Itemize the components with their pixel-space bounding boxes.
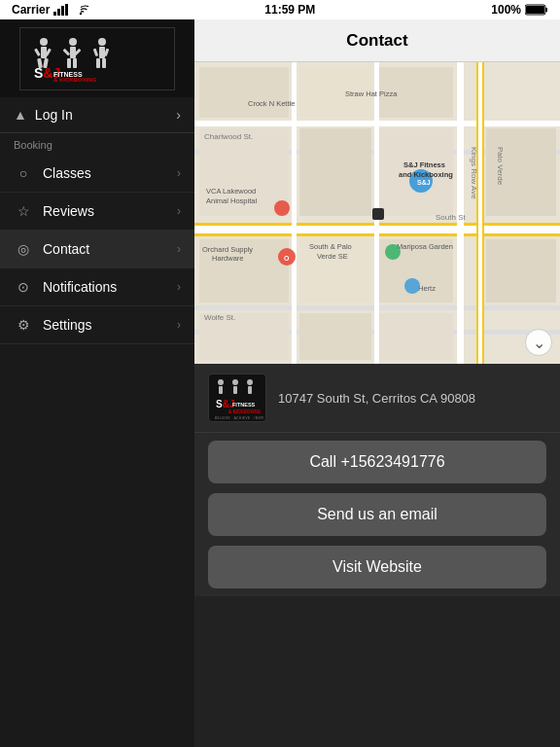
svg-text:Mariposa Garden: Mariposa Garden	[397, 242, 453, 251]
svg-rect-49	[299, 128, 371, 216]
sidebar-item-reviews[interactable]: ☆ Reviews ›	[0, 193, 194, 231]
nav-title: Contact	[346, 31, 407, 51]
call-button[interactable]: Call +15623491776	[208, 441, 546, 483]
svg-rect-58	[379, 313, 453, 360]
svg-text:& KICKBOXING: & KICKBOXING	[53, 77, 97, 83]
svg-point-83	[404, 278, 420, 294]
login-row[interactable]: ▲ Log In ›	[0, 97, 194, 133]
svg-point-89	[247, 379, 253, 385]
svg-point-20	[98, 38, 106, 46]
notifications-icon: ⊙	[14, 279, 33, 295]
svg-rect-24	[93, 48, 99, 56]
notifications-chevron: ›	[177, 280, 181, 294]
svg-rect-16	[67, 58, 71, 68]
svg-text:Wolfe St.: Wolfe St.	[204, 313, 235, 322]
svg-rect-7	[526, 6, 544, 14]
business-row: S&J FITNESS & KICKBOXING BELIEVE · ACHIE…	[194, 364, 560, 433]
map-scroll-indicator[interactable]: ⌄	[525, 329, 552, 356]
booking-label: Booking	[0, 133, 194, 155]
svg-text:Orchard Supply: Orchard Supply	[202, 245, 253, 254]
svg-point-76	[274, 200, 290, 216]
status-time: 11:59 PM	[264, 3, 315, 17]
svg-rect-6	[545, 8, 547, 12]
settings-icon: ⚙	[14, 317, 33, 333]
svg-point-81	[385, 244, 401, 260]
svg-text:South St: South St	[436, 213, 466, 222]
svg-rect-15	[70, 47, 76, 58]
app-body: S&J FITNESS & KICKBOXING BELIEVE · ACHIE…	[0, 19, 560, 747]
sidebar-item-contact[interactable]: ◎ Contact ›	[0, 231, 194, 268]
classes-chevron: ›	[177, 166, 181, 180]
reviews-chevron: ›	[177, 204, 181, 218]
svg-rect-86	[219, 386, 223, 394]
svg-text:Animal Hospital: Animal Hospital	[206, 196, 257, 205]
svg-text:Palo Verde: Palo Verde	[496, 147, 505, 186]
svg-rect-88	[233, 386, 237, 394]
login-icon: ▲	[14, 107, 27, 123]
reviews-label: Reviews	[43, 203, 94, 219]
reviews-icon: ☆	[14, 203, 33, 219]
action-buttons: Call +15623491776 Send us an email Visit…	[194, 433, 560, 596]
sidebar-logo: S&J FITNESS & KICKBOXING BELIEVE · ACHIE…	[0, 19, 194, 97]
status-battery: 100%	[491, 3, 548, 17]
svg-rect-21	[99, 47, 105, 58]
business-address: 10747 South St, Cerritos CA 90808	[278, 391, 475, 406]
svg-text:Hertz: Hertz	[418, 284, 436, 293]
classes-label: Classes	[43, 165, 91, 181]
svg-text:Crock N Kettle: Crock N Kettle	[248, 99, 295, 108]
classes-icon: ○	[14, 165, 33, 181]
svg-rect-90	[248, 386, 252, 394]
svg-text:and Kickboxing: and Kickboxing	[399, 170, 453, 179]
business-logo: S&J FITNESS & KICKBOXING BELIEVE · ACHIE…	[208, 374, 266, 422]
svg-point-8	[40, 38, 48, 46]
svg-rect-17	[73, 58, 77, 68]
svg-point-85	[218, 379, 224, 385]
svg-rect-55	[486, 239, 556, 302]
svg-text:BELIEVE · ACHIEVE · INSPIRE: BELIEVE · ACHIEVE · INSPIRE	[215, 416, 264, 420]
map-area[interactable]: Charlwood St. Wolfe St. Kings Row Ave Pa…	[194, 62, 560, 364]
status-bar: Carrier 11:59 PM 100%	[0, 0, 560, 19]
svg-rect-0	[53, 12, 56, 16]
business-logo-svg: S&J FITNESS & KICKBOXING BELIEVE · ACHIE…	[211, 376, 264, 420]
svg-rect-12	[34, 48, 41, 55]
settings-chevron: ›	[177, 318, 181, 332]
sidebar-item-settings[interactable]: ⚙ Settings ›	[0, 306, 194, 344]
svg-text:VCA Lakewood: VCA Lakewood	[206, 187, 256, 196]
info-section: S&J FITNESS & KICKBOXING BELIEVE · ACHIE…	[194, 364, 560, 596]
svg-text:Hardware: Hardware	[212, 254, 244, 263]
svg-rect-1	[57, 9, 60, 16]
svg-rect-44	[482, 62, 484, 364]
svg-text:Charlwood St.: Charlwood St.	[204, 132, 253, 141]
battery-icon	[525, 4, 548, 16]
dark-bottom	[194, 596, 560, 747]
sidebar-item-classes[interactable]: ○ Classes ›	[0, 155, 194, 193]
svg-text:& KICKBOXING: & KICKBOXING	[228, 409, 262, 414]
logo-silhouette-svg: S&J FITNESS & KICKBOXING BELIEVE · ACHIE…	[24, 34, 170, 83]
svg-rect-23	[102, 58, 106, 68]
svg-rect-22	[96, 58, 100, 68]
website-button[interactable]: Visit Website	[208, 546, 546, 588]
svg-rect-57	[299, 313, 371, 360]
svg-rect-18	[62, 48, 70, 55]
status-carrier: Carrier	[12, 3, 88, 17]
svg-rect-9	[41, 47, 47, 58]
contact-chevron: ›	[177, 242, 181, 256]
svg-rect-2	[61, 6, 64, 16]
sidebar: S&J FITNESS & KICKBOXING BELIEVE · ACHIE…	[0, 19, 194, 747]
login-chevron: ›	[176, 107, 181, 123]
svg-point-4	[80, 13, 82, 15]
map-svg: Charlwood St. Wolfe St. Kings Row Ave Pa…	[194, 62, 560, 364]
svg-rect-45	[199, 67, 289, 118]
sidebar-item-notifications[interactable]: ⊙ Notifications ›	[0, 268, 194, 306]
map-background: Charlwood St. Wolfe St. Kings Row Ave Pa…	[194, 62, 560, 364]
svg-text:Kings Row Ave: Kings Row Ave	[470, 147, 478, 199]
email-button[interactable]: Send us an email	[208, 493, 546, 536]
svg-text:O: O	[284, 255, 290, 262]
svg-rect-77	[372, 208, 384, 220]
svg-text:Straw Hat Pizza: Straw Hat Pizza	[345, 89, 398, 98]
main-content: Contact	[194, 19, 560, 747]
settings-label: Settings	[43, 317, 92, 333]
svg-point-14	[69, 38, 77, 46]
svg-rect-3	[65, 4, 68, 16]
svg-text:Verde SE: Verde SE	[317, 252, 348, 261]
